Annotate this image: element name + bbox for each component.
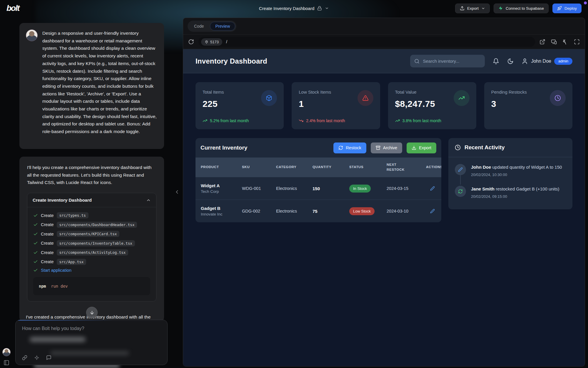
current-inventory-card: Current Inventory Restock Archive xyxy=(196,138,441,222)
trending-up-icon xyxy=(203,118,207,123)
topbar: bolt Create Inventory Dashboard Export C… xyxy=(0,0,588,16)
chat-input-panel xyxy=(15,320,168,365)
connect-supabase-button[interactable]: Connect to Supabase xyxy=(494,4,549,13)
search-input[interactable] xyxy=(423,59,481,64)
scroll-to-bottom-button[interactable] xyxy=(86,307,98,318)
bell-icon[interactable] xyxy=(493,58,499,64)
link-icon[interactable] xyxy=(22,355,27,360)
edit-row-button[interactable] xyxy=(430,186,436,191)
kpi-trend: 5.2% from last month xyxy=(203,118,249,123)
refresh-icon xyxy=(338,145,343,150)
inventory-title: Current Inventory xyxy=(201,145,247,151)
clock-icon xyxy=(550,90,566,106)
url-input[interactable]: 5173 / xyxy=(198,37,535,47)
file-row: Create src/types.ts xyxy=(33,212,150,218)
role-badge: admin xyxy=(554,58,572,65)
file-path[interactable]: src/App.tsx xyxy=(57,259,86,265)
recent-activity-card: Recent Activity John Doe updated quantit… xyxy=(448,138,572,209)
fullscreen-icon[interactable] xyxy=(574,39,580,45)
start-application-link[interactable]: Start application xyxy=(41,268,71,273)
view-tabs: Code Preview xyxy=(183,18,585,35)
chevron-down-icon xyxy=(481,6,485,10)
list-item: Jane Smith restocked Gadget B (+100 unit… xyxy=(455,186,566,199)
check-icon xyxy=(33,268,38,273)
url-path: / xyxy=(226,39,227,44)
chat-input-toolbar xyxy=(22,355,51,360)
dashboard-title: Inventory Dashboard xyxy=(196,57,267,65)
collapse-chat-handle[interactable] xyxy=(174,189,180,195)
chevron-down-icon[interactable] xyxy=(325,6,329,10)
tab-preview[interactable]: Preview xyxy=(210,22,235,31)
user-message-text: Design a responsive and user-friendly in… xyxy=(42,29,158,142)
edit-row-button[interactable] xyxy=(430,209,436,213)
dashboard-main-row: Current Inventory Restock Archive xyxy=(196,138,572,222)
open-in-new-tab-icon[interactable] xyxy=(539,39,545,45)
user-avatar xyxy=(26,29,38,41)
table-row[interactable]: Widget A Tech Corp WDG-001 Electronics 1… xyxy=(196,177,441,200)
trending-up-icon xyxy=(454,90,470,106)
file-path[interactable]: src/components/ActivityLog.tsx xyxy=(57,249,128,256)
task-card-title: Create Inventory Dashboard xyxy=(33,198,92,203)
start-application-row: Start application xyxy=(33,268,150,273)
kpi-card-pending-restocks: Pending Restocks 3 xyxy=(484,82,572,129)
user-icon xyxy=(522,58,528,64)
check-icon xyxy=(33,213,38,218)
trending-down-icon xyxy=(299,118,303,123)
archive-icon xyxy=(376,145,380,150)
bulk-actions: Restock Archive Export xyxy=(333,142,436,153)
check-icon xyxy=(33,250,38,255)
export-button[interactable]: Export xyxy=(455,4,490,13)
user-menu[interactable]: John Doe admin xyxy=(522,58,572,65)
dark-mode-toggle-icon[interactable] xyxy=(507,58,514,64)
dashboard-header: Inventory Dashboard John Doe admin xyxy=(183,49,585,73)
chevron-up-icon[interactable] xyxy=(146,198,151,203)
terminal-command: npm run dev xyxy=(33,277,150,295)
kpi-card-low-stock: Low Stock Items 1 2.4% from last month xyxy=(292,82,380,129)
restock-button[interactable]: Restock xyxy=(333,142,366,153)
file-row: Create src/components/InventoryTable.tsx xyxy=(33,240,150,246)
task-card-header[interactable]: Create Inventory Dashboard xyxy=(27,193,156,207)
lock-icon xyxy=(317,6,322,11)
project-title-group[interactable]: Create Inventory Dashboard xyxy=(259,6,329,11)
archive-button[interactable]: Archive xyxy=(371,142,402,153)
task-card-body: Create src/types.ts Create src/component… xyxy=(27,207,156,301)
arrow-down-icon xyxy=(89,310,95,315)
user-name: John Doe xyxy=(531,59,551,64)
reload-icon[interactable] xyxy=(188,39,194,45)
file-path[interactable]: src/types.ts xyxy=(57,212,88,218)
file-path[interactable]: src/components/DashboardHeader.tsx xyxy=(57,222,137,228)
plug-icon xyxy=(205,40,208,44)
assistant-intro-text: I'll help you create a comprehensive inv… xyxy=(27,164,156,186)
workbench: Code Preview 5173 / xyxy=(183,18,585,367)
chat-input[interactable] xyxy=(22,326,161,331)
chat-bubble-icon[interactable] xyxy=(46,355,51,360)
file-path[interactable]: src/components/InventoryTable.tsx xyxy=(57,240,135,246)
tab-code[interactable]: Code xyxy=(189,22,209,31)
file-row: Create src/components/KPICard.tsx xyxy=(33,231,150,237)
task-card: Create Inventory Dashboard Create src/ty… xyxy=(27,193,156,301)
sparkles-icon[interactable] xyxy=(34,355,39,360)
code-preview-toggle: Code Preview xyxy=(188,21,236,32)
export-csv-button[interactable]: Export xyxy=(407,142,436,153)
bolt-logo: bolt xyxy=(6,4,19,13)
activity-header: Recent Activity xyxy=(448,138,572,157)
check-icon xyxy=(33,241,38,246)
table-row[interactable]: Gadget B Innovate Inc GDG-002 Electronic… xyxy=(196,200,441,222)
responsive-devices-icon[interactable] xyxy=(551,39,557,45)
kpi-card-total-items: Total Items 225 5.2% from last month xyxy=(196,82,284,129)
inventory-search[interactable] xyxy=(410,55,485,67)
file-row: Create src/components/ActivityLog.tsx xyxy=(33,249,150,256)
deploy-button[interactable]: Deploy xyxy=(552,4,582,13)
trending-up-icon xyxy=(395,118,400,123)
blurred-content xyxy=(50,351,129,355)
refresh-icon xyxy=(455,186,466,197)
chat-panel: Design a responsive and user-friendly in… xyxy=(0,16,183,368)
project-title: Create Inventory Dashboard xyxy=(259,6,314,11)
file-path[interactable]: src/components/KPICard.tsx xyxy=(57,231,120,237)
inspect-pointer-icon[interactable] xyxy=(562,39,568,45)
account-avatar[interactable] xyxy=(2,348,11,356)
port-pill[interactable]: 5173 xyxy=(201,38,222,46)
assistant-message: I'll help you create a comprehensive inv… xyxy=(19,157,164,321)
sidebar-toggle-icon[interactable] xyxy=(4,360,9,366)
blurred-content xyxy=(30,337,86,342)
